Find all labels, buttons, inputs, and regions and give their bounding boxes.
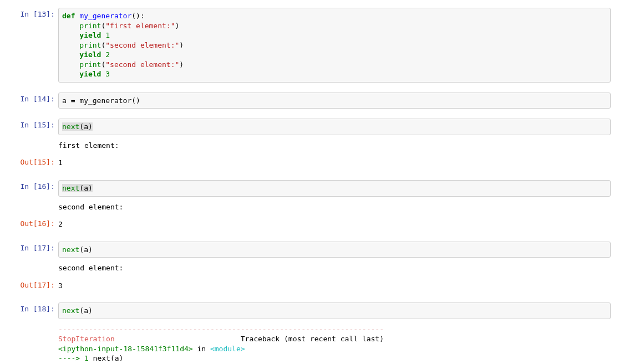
out-prompt-15: Out[15]: xyxy=(8,156,58,170)
in-prompt-18: In [18]: xyxy=(8,303,58,319)
builtin-next: next xyxy=(62,184,79,192)
output-cell-17: Out[17]: 3 xyxy=(6,278,613,294)
out-prompt-16: Out[16]: xyxy=(8,217,58,232)
var-a: a xyxy=(62,96,67,105)
result-text: 2 xyxy=(58,217,611,232)
number: 1 xyxy=(105,31,110,39)
exception-name: StopIteration xyxy=(58,335,115,343)
string: "first element:" xyxy=(105,22,175,30)
separator: ----------------------------------------… xyxy=(58,325,384,334)
code-cell-18: In [18]: next(a) xyxy=(6,301,613,320)
in-prompt-16: In [16]: xyxy=(8,180,58,197)
stdout-17: second element: xyxy=(6,260,613,276)
stdout-15: first element: xyxy=(6,137,613,154)
in-prompt-15: In [15]: xyxy=(8,119,58,135)
code-input-14[interactable]: a = my_generator() xyxy=(58,93,611,109)
in-prompt-13: In [13]: xyxy=(8,8,58,83)
output-cell-16: Out[16]: 2 xyxy=(6,216,613,233)
traceback-label: Traceback (most recent call last) xyxy=(241,335,384,343)
output-cell-15: Out[15]: 1 xyxy=(6,155,613,171)
code-input-18[interactable]: next(a) xyxy=(58,303,611,319)
traceback-module: <module> xyxy=(210,345,245,353)
stdout-text: first element: xyxy=(58,139,611,153)
code-input-15[interactable]: next(a) xyxy=(58,119,611,135)
code-input-16[interactable]: next(a) xyxy=(58,180,611,197)
code-input-13[interactable]: def my_generator(): print("first element… xyxy=(58,8,611,83)
traceback: ----------------------------------------… xyxy=(58,322,611,364)
stdout-16: second element: xyxy=(6,199,613,216)
code-cell-15: In [15]: next(a) xyxy=(6,117,613,136)
code-cell-13: In [13]: def my_generator(): print("firs… xyxy=(6,7,613,84)
code-cell-17: In [17]: next(a) xyxy=(6,240,613,259)
stdout-text: second element: xyxy=(58,200,611,214)
in-prompt-14: In [14]: xyxy=(8,93,58,109)
funcname: my_generator xyxy=(79,12,131,20)
keyword-yield: yield xyxy=(79,31,101,39)
code-cell-14: In [14]: a = my_generator() xyxy=(6,91,613,110)
builtin-print: print xyxy=(79,22,101,30)
builtin-next: next xyxy=(62,306,79,315)
result-text: 1 xyxy=(58,156,611,170)
keyword-def: def xyxy=(62,12,75,20)
in-prompt-17: In [17]: xyxy=(8,242,58,258)
builtin-next: next xyxy=(62,122,79,131)
error-output-18: ----------------------------------------… xyxy=(6,321,613,364)
stdout-text: second element: xyxy=(58,261,611,275)
out-prompt-17: Out[17]: xyxy=(8,279,58,293)
builtin-next: next xyxy=(62,245,79,254)
result-text: 3 xyxy=(58,279,611,293)
traceback-location: <ipython-input-18-15841f3f11d4> xyxy=(58,345,193,353)
code-input-17[interactable]: next(a) xyxy=(58,242,611,258)
traceback-arrow: ----> 1 xyxy=(58,354,89,362)
code-cell-16: In [16]: next(a) xyxy=(6,179,613,198)
funcname: my_generator xyxy=(79,96,131,105)
